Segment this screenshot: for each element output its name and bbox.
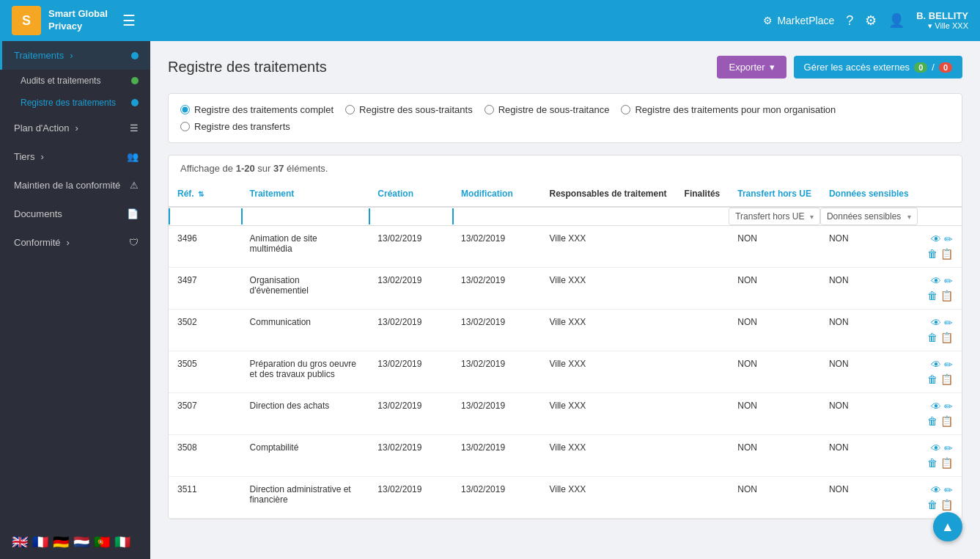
cell-creation: 13/02/2019 <box>369 268 452 310</box>
sidebar-item-registre[interactable]: Registre des traitements <box>0 92 150 114</box>
user-org: ▾ Ville XXX <box>928 21 968 31</box>
copy-icon[interactable]: 📋 <box>940 290 953 302</box>
col-finalites: Finalités <box>676 181 729 207</box>
sidebar: Traitements › Audits et traitements Regi… <box>0 41 150 559</box>
edit-icon[interactable]: ✏ <box>944 401 953 412</box>
sidebar-label-traitements: Traitements › <box>14 50 73 61</box>
flag-nl[interactable]: 🇳🇱 <box>73 534 89 550</box>
flag-en[interactable]: 🇬🇧 <box>12 534 28 550</box>
cell-transfert: NON <box>729 268 820 310</box>
sidebar-item-maintien[interactable]: Maintien de la conformité ⚠ <box>0 171 150 200</box>
action-icons: 👁 ✏ 🗑 📋 <box>926 442 953 469</box>
filter-sous-traitants[interactable]: Registre des sous-traitants <box>345 104 473 115</box>
cell-finalites <box>676 268 729 310</box>
conformite-arrow: › <box>67 237 70 248</box>
filter-organisation-label: Registre des traitements pour mon organi… <box>635 104 836 115</box>
settings-icon[interactable]: ⚙ <box>865 12 877 29</box>
scroll-top-icon: ▲ <box>941 519 954 535</box>
export-button[interactable]: Exporter ▾ <box>717 56 786 78</box>
view-icon[interactable]: 👁 <box>931 317 941 329</box>
delete-icon[interactable]: 🗑 <box>927 332 937 343</box>
cell-responsable: Ville XXX <box>540 268 675 310</box>
delete-icon[interactable]: 🗑 <box>927 457 937 469</box>
cell-actions: 👁 ✏ 🗑 📋 <box>918 226 962 268</box>
edit-icon[interactable]: ✏ <box>944 233 953 245</box>
cell-modification: 13/02/2019 <box>452 226 540 268</box>
filter-sous-traitants-radio[interactable] <box>345 105 355 114</box>
scroll-to-top-button[interactable]: ▲ <box>933 512 962 541</box>
filter-transferts[interactable]: Registre des transferts <box>180 121 290 132</box>
cell-responsable: Ville XXX <box>540 393 675 435</box>
filter-bar: Registre des traitements complet Registr… <box>168 93 962 143</box>
sidebar-label-tiers: Tiers › <box>14 151 44 162</box>
copy-icon[interactable]: 📋 <box>940 373 953 385</box>
input-traitement[interactable] <box>241 208 369 224</box>
filter-finalites <box>676 207 729 226</box>
cell-finalites <box>676 435 729 477</box>
sidebar-item-plan[interactable]: Plan d'Action › ☰ <box>0 114 150 142</box>
sidebar-item-tiers[interactable]: Tiers › 👥 <box>0 142 150 171</box>
delete-icon[interactable]: 🗑 <box>927 499 937 511</box>
table-row: 3508 Comptabilité 13/02/2019 13/02/2019 … <box>169 435 962 477</box>
cell-ref: 3496 <box>169 226 241 268</box>
view-icon[interactable]: 👁 <box>931 401 941 412</box>
transfert-dropdown[interactable]: Transfert hors UE ▾ <box>729 208 820 225</box>
edit-icon[interactable]: ✏ <box>944 442 953 454</box>
filter-complet-radio[interactable] <box>180 105 190 114</box>
sidebar-item-conformite[interactable]: Conformité › 🛡 <box>0 228 150 257</box>
tiers-label: Tiers <box>14 151 34 162</box>
cell-finalites <box>676 477 729 519</box>
filter-actions <box>918 207 962 226</box>
col-creation: Création <box>369 181 452 207</box>
filter-sous-traitance-radio[interactable] <box>485 105 494 114</box>
delete-icon[interactable]: 🗑 <box>927 415 937 427</box>
flag-pt[interactable]: 🇵🇹 <box>94 534 110 550</box>
edit-icon[interactable]: ✏ <box>944 275 953 287</box>
sidebar-item-traitements[interactable]: Traitements › <box>0 41 150 70</box>
view-icon[interactable]: 👁 <box>931 233 941 245</box>
view-icon[interactable]: 👁 <box>931 359 941 370</box>
registre-dot <box>131 99 139 106</box>
filter-organisation-radio[interactable] <box>621 105 630 114</box>
copy-icon[interactable]: 📋 <box>940 499 953 511</box>
view-icon[interactable]: 👁 <box>931 442 941 454</box>
copy-icon[interactable]: 📋 <box>940 415 953 427</box>
delete-icon[interactable]: 🗑 <box>927 248 937 260</box>
input-creation[interactable] <box>369 208 452 224</box>
help-icon[interactable]: ? <box>846 13 853 29</box>
col-donnees: Données sensibles <box>820 181 918 207</box>
view-icon[interactable]: 👁 <box>931 275 941 287</box>
donnees-dropdown[interactable]: Données sensibles ▾ <box>820 208 918 225</box>
view-icon[interactable]: 👁 <box>931 484 941 496</box>
copy-icon[interactable]: 📋 <box>940 332 953 343</box>
input-modification[interactable] <box>452 208 540 224</box>
flag-fr[interactable]: 🇫🇷 <box>32 534 48 550</box>
edit-icon[interactable]: ✏ <box>944 317 953 329</box>
delete-icon[interactable]: 🗑 <box>927 290 937 302</box>
account-icon[interactable]: 👤 <box>888 12 905 29</box>
filter-traitement <box>241 207 369 226</box>
sidebar-item-documents[interactable]: Documents 📄 <box>0 200 150 228</box>
user-info[interactable]: B. BELLITY ▾ Ville XXX <box>916 10 968 31</box>
edit-icon[interactable]: ✏ <box>944 359 953 370</box>
edit-icon[interactable]: ✏ <box>944 484 953 496</box>
col-ref[interactable]: Réf. ⇅ <box>169 181 241 207</box>
manage-accesses-button[interactable]: Gérer les accès externes 0 / 0 <box>794 56 962 78</box>
flag-it[interactable]: 🇮🇹 <box>114 534 130 550</box>
hamburger-menu[interactable]: ☰ <box>122 12 136 29</box>
transfert-dropdown-label: Transfert hors UE <box>735 211 804 222</box>
delete-icon[interactable]: 🗑 <box>927 373 937 385</box>
filter-complet-label: Registre des traitements complet <box>194 104 334 115</box>
marketplace-button[interactable]: ⚙ MarketPlace <box>763 15 834 26</box>
input-ref[interactable] <box>169 208 241 224</box>
filter-sous-traitance[interactable]: Registre de sous-traitance <box>485 104 610 115</box>
copy-icon[interactable]: 📋 <box>940 248 953 260</box>
flag-de[interactable]: 🇩🇪 <box>53 534 69 550</box>
filter-complet[interactable]: Registre des traitements complet <box>180 104 334 115</box>
col-responsables: Responsables de traitement <box>540 181 675 207</box>
filter-transferts-radio[interactable] <box>180 122 190 131</box>
sidebar-item-audits[interactable]: Audits et traitements <box>0 70 150 92</box>
filter-organisation[interactable]: Registre des traitements pour mon organi… <box>621 104 836 115</box>
cell-modification: 13/02/2019 <box>452 351 540 393</box>
copy-icon[interactable]: 📋 <box>940 457 953 469</box>
